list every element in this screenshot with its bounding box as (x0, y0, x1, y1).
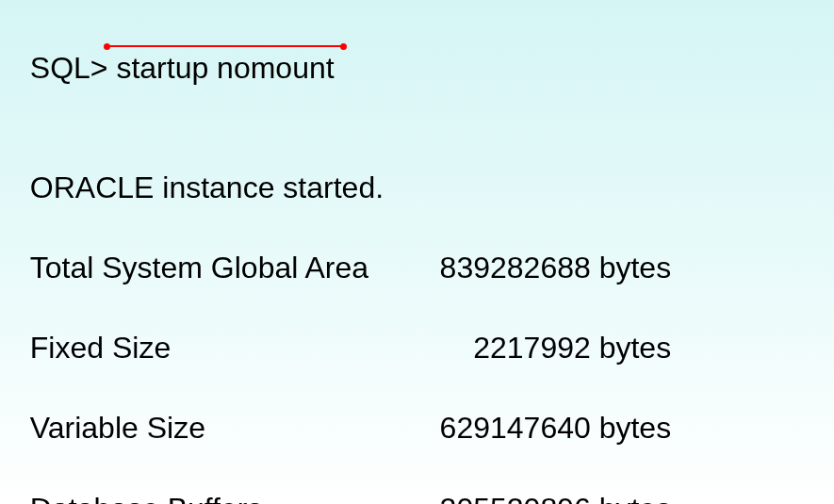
memory-buffers-label: Database Buffers (30, 489, 426, 504)
underline-annotation (106, 45, 344, 47)
terminal-line-2: ORACLE instance started. (13, 128, 821, 208)
memory-buffers-row: Database Buffers205520896 bytes (13, 448, 821, 504)
instance-started-msg: ORACLE instance started. (30, 171, 384, 204)
memory-fixed-unit: bytes (599, 331, 671, 365)
memory-fixed-value: 2217992 (426, 328, 591, 368)
memory-buffers-value: 205520896 (426, 489, 591, 504)
memory-total-label: Total System Global Area (30, 248, 426, 288)
memory-total-row: Total System Global Area839282688 bytes (13, 208, 821, 288)
startup-command: startup nomount (116, 51, 334, 85)
sql-prompt: SQL> (30, 51, 108, 85)
memory-buffers-unit: bytes (599, 492, 671, 504)
memory-variable-label: Variable Size (30, 408, 426, 448)
terminal-line-1: SQL> startup nomount (13, 8, 821, 128)
memory-variable-row: Variable Size629147640 bytes (13, 368, 821, 448)
memory-total-value: 839282688 (426, 248, 591, 288)
memory-variable-unit: bytes (599, 411, 671, 445)
memory-fixed-row: Fixed Size2217992 bytes (13, 288, 821, 368)
memory-variable-value: 629147640 (426, 408, 591, 448)
memory-total-unit: bytes (599, 251, 671, 285)
memory-fixed-label: Fixed Size (30, 328, 426, 368)
